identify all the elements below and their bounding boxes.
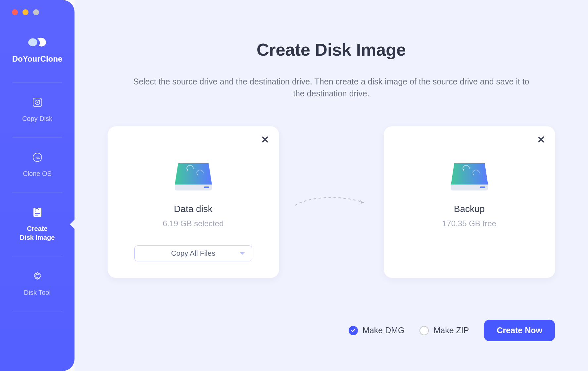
svg-point-2	[37, 102, 38, 103]
source-drive-name: Data disk	[174, 204, 213, 214]
clone-os-icon: mac	[31, 151, 43, 165]
svg-rect-12	[480, 186, 485, 188]
window-minimize-icon[interactable]	[23, 9, 28, 15]
svg-point-14	[472, 174, 474, 175]
sidebar-item-clone-os[interactable]: mac Clone OS	[0, 137, 74, 192]
make-dmg-label: Make DMG	[363, 326, 404, 335]
radio-checked-icon	[349, 326, 358, 335]
sidebar-item-copy-disk[interactable]: Copy Disk	[0, 82, 74, 137]
drive-icon	[173, 160, 213, 194]
destination-drive-name: Backup	[454, 204, 485, 214]
destination-drive-card[interactable]: ✕	[384, 126, 555, 278]
page-title: Create Disk Image	[94, 40, 568, 60]
sidebar-item-create-disk-image[interactable]: Create Disk Image	[0, 192, 74, 256]
app-window: DoYourClone Copy Disk	[0, 0, 588, 371]
page-description: Select the source drive and the destinat…	[133, 76, 530, 100]
source-drive-card[interactable]: ✕	[108, 126, 279, 278]
svg-point-13	[463, 169, 464, 170]
svg-point-6	[35, 211, 36, 212]
divider	[13, 311, 62, 311]
radio-unchecked-icon	[419, 326, 429, 335]
window-close-icon[interactable]	[12, 9, 18, 15]
svg-rect-5	[33, 208, 41, 217]
chevron-down-icon	[239, 249, 245, 258]
sidebar: DoYourClone Copy Disk	[0, 0, 74, 371]
copy-mode-select[interactable]: Copy All Files	[134, 245, 252, 261]
source-drive-subtitle: 6.19 GB selected	[163, 219, 223, 228]
create-now-button[interactable]: Create Now	[484, 320, 555, 341]
make-zip-label: Make ZIP	[433, 326, 469, 335]
footer-bar: Make DMG Make ZIP Create Now	[94, 320, 568, 351]
window-controls	[12, 9, 39, 15]
svg-text:mac: mac	[34, 156, 40, 159]
sidebar-item-label: Copy Disk	[22, 114, 52, 123]
make-zip-radio[interactable]: Make ZIP	[419, 326, 469, 335]
svg-rect-9	[204, 186, 209, 188]
main-content: Create Disk Image Select the source driv…	[74, 0, 588, 371]
window-zoom-icon[interactable]	[33, 9, 39, 15]
disk-tool-icon	[31, 270, 43, 284]
brand: DoYourClone	[12, 35, 63, 64]
close-icon[interactable]: ✕	[261, 135, 269, 145]
sidebar-item-label: Disk Tool	[24, 288, 51, 297]
drive-icon	[450, 160, 489, 194]
close-icon[interactable]: ✕	[537, 135, 545, 145]
sidebar-nav: Copy Disk mac Clone OS	[0, 82, 74, 311]
arrow-icon	[292, 192, 371, 212]
drive-cards-row: ✕	[94, 126, 568, 278]
brand-logo-icon	[26, 35, 48, 50]
svg-point-10	[186, 169, 188, 170]
svg-point-11	[196, 174, 198, 175]
copy-mode-label: Copy All Files	[171, 249, 215, 258]
svg-rect-8	[35, 215, 38, 216]
sidebar-item-disk-tool[interactable]: Disk Tool	[0, 256, 74, 311]
svg-rect-7	[35, 213, 40, 214]
sidebar-item-label: Clone OS	[23, 169, 52, 178]
copy-disk-icon	[31, 96, 43, 110]
make-dmg-radio[interactable]: Make DMG	[349, 326, 404, 335]
brand-name: DoYourClone	[12, 54, 63, 64]
disk-image-icon	[31, 206, 43, 220]
destination-drive-subtitle: 170.35 GB free	[442, 219, 496, 228]
sidebar-item-label: Create Disk Image	[20, 224, 55, 242]
